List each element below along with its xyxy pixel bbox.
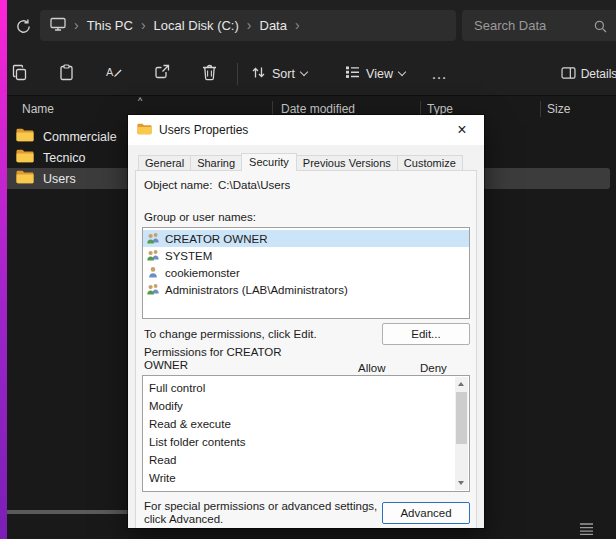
group-or-user-names-list[interactable]: CREATOR OWNER SYSTEM cookiemonster Admin… bbox=[142, 227, 470, 319]
permission-name: Modify bbox=[149, 400, 183, 412]
group-users-icon bbox=[146, 232, 160, 246]
sort-label: Sort bbox=[272, 67, 295, 81]
folder-icon bbox=[16, 170, 34, 187]
rename-icon: A bbox=[105, 64, 123, 84]
search-icon bbox=[594, 19, 607, 37]
list-item-administrators[interactable]: Administrators (LAB\Administrators) bbox=[143, 281, 469, 298]
copy-icon bbox=[11, 64, 28, 85]
column-separator[interactable] bbox=[540, 101, 541, 117]
search-input[interactable]: Search Data bbox=[462, 10, 616, 41]
permissions-list[interactable]: Full control Modify Read & execute List … bbox=[142, 375, 470, 492]
file-name: Users bbox=[43, 172, 76, 186]
advanced-button[interactable]: Advanced bbox=[382, 502, 470, 524]
tab-security[interactable]: Security bbox=[241, 153, 297, 171]
details-view-toggle-button[interactable] bbox=[577, 523, 595, 537]
more-button[interactable]: … bbox=[426, 57, 452, 91]
details-button[interactable]: Details bbox=[560, 57, 616, 91]
list-item-modify[interactable]: Modify bbox=[143, 397, 469, 415]
list-item-read-execute[interactable]: Read & execute bbox=[143, 415, 469, 433]
explorer-window: › This PC › Local Disk (C:) › Data › Sea… bbox=[0, 0, 616, 539]
permission-name: Write bbox=[149, 472, 176, 484]
sort-arrows-icon bbox=[251, 65, 266, 84]
view-button[interactable]: View bbox=[338, 57, 412, 91]
explorer-topbar: › This PC › Local Disk (C:) › Data › Sea… bbox=[0, 0, 616, 96]
refresh-button[interactable] bbox=[10, 15, 36, 41]
tab-previous-versions[interactable]: Previous Versions bbox=[296, 155, 398, 171]
principal-name: CREATOR OWNER bbox=[165, 233, 267, 245]
scrollbar-thumb bbox=[456, 392, 467, 444]
scroll-up-icon bbox=[458, 382, 464, 386]
view-label: View bbox=[366, 67, 393, 81]
breadcrumb-local-disk[interactable]: Local Disk (C:) bbox=[154, 18, 239, 33]
chevron-down-icon bbox=[398, 68, 406, 76]
view-icon bbox=[345, 65, 360, 83]
close-icon: × bbox=[457, 122, 466, 138]
single-user-icon bbox=[146, 266, 160, 280]
chevron-down-icon bbox=[300, 68, 308, 76]
vertical-scrollbar[interactable] bbox=[455, 377, 468, 490]
permission-name: List folder contents bbox=[149, 436, 246, 448]
column-header-name[interactable]: Name bbox=[22, 102, 54, 116]
this-pc-icon bbox=[50, 17, 66, 34]
users-properties-dialog: Users Properties × General Sharing Secur… bbox=[128, 115, 484, 528]
list-item-creator-owner[interactable]: CREATOR OWNER bbox=[143, 230, 469, 247]
dialog-title-bar: Users Properties × bbox=[128, 115, 484, 145]
list-item-list-folder-contents[interactable]: List folder contents bbox=[143, 433, 469, 451]
breadcrumb-chevron-icon: › bbox=[141, 18, 146, 32]
scroll-down-icon bbox=[458, 481, 464, 485]
column-header-type[interactable]: Type bbox=[427, 102, 453, 116]
principal-name: SYSTEM bbox=[165, 250, 212, 262]
details-label: Details bbox=[581, 67, 616, 81]
group-users-icon bbox=[146, 283, 160, 297]
group-or-user-names-label: Group or user names: bbox=[144, 211, 256, 223]
breadcrumb-this-pc[interactable]: This PC bbox=[87, 18, 133, 33]
sort-ascending-icon: ^ bbox=[138, 96, 142, 106]
folder-icon bbox=[137, 123, 152, 138]
dialog-title: Users Properties bbox=[159, 123, 248, 137]
column-header-date-modified[interactable]: Date modified bbox=[281, 102, 355, 116]
copy-button[interactable] bbox=[2, 57, 36, 91]
breadcrumb-data[interactable]: Data bbox=[260, 18, 287, 33]
refresh-icon bbox=[15, 18, 32, 39]
delete-button[interactable] bbox=[192, 57, 226, 91]
left-accent-strip bbox=[0, 0, 7, 539]
breadcrumb-chevron-icon: › bbox=[295, 18, 300, 32]
tab-customize[interactable]: Customize bbox=[397, 155, 463, 171]
list-item-write[interactable]: Write bbox=[143, 469, 469, 487]
column-header-size[interactable]: Size bbox=[547, 102, 570, 116]
list-item-cookiemonster[interactable]: cookiemonster bbox=[143, 264, 469, 281]
permission-name: Read bbox=[149, 454, 177, 466]
deny-column-header: Deny bbox=[420, 362, 447, 374]
sort-button[interactable]: Sort bbox=[244, 57, 314, 91]
list-item-system[interactable]: SYSTEM bbox=[143, 247, 469, 264]
object-name-value: C:\Data\Users bbox=[218, 179, 290, 191]
search-placeholder: Search Data bbox=[474, 18, 546, 33]
address-bar: › This PC › Local Disk (C:) › Data › bbox=[40, 10, 456, 41]
share-icon bbox=[153, 64, 170, 84]
tab-sharing[interactable]: Sharing bbox=[190, 155, 242, 171]
close-button[interactable]: × bbox=[449, 118, 475, 142]
permission-name: Full control bbox=[149, 382, 205, 394]
rename-button[interactable]: A bbox=[97, 57, 131, 91]
breadcrumb-chevron-icon: › bbox=[74, 18, 79, 32]
permissions-for-label: Permissions for CREATOR OWNER bbox=[144, 346, 296, 371]
breadcrumb-chevron-icon: › bbox=[247, 18, 252, 32]
details-pane-icon bbox=[561, 65, 576, 83]
share-button[interactable] bbox=[144, 57, 178, 91]
edit-button-label: Edit... bbox=[411, 328, 440, 340]
advanced-hint: For special permissions or advanced sett… bbox=[144, 500, 390, 526]
object-name-label: Object name: bbox=[144, 179, 212, 191]
folder-icon bbox=[16, 149, 34, 166]
group-users-icon bbox=[146, 249, 160, 263]
tab-general[interactable]: General bbox=[138, 155, 191, 171]
paste-button[interactable] bbox=[49, 57, 83, 91]
list-item-read[interactable]: Read bbox=[143, 451, 469, 469]
svg-text:A: A bbox=[106, 66, 114, 78]
principal-name: Administrators (LAB\Administrators) bbox=[165, 284, 348, 296]
edit-hint: To change permissions, click Edit. bbox=[144, 328, 317, 340]
list-lines-icon bbox=[579, 521, 594, 539]
edit-button[interactable]: Edit... bbox=[382, 323, 470, 345]
list-item-full-control[interactable]: Full control bbox=[143, 379, 469, 397]
toolbar-divider bbox=[237, 63, 238, 85]
paste-icon bbox=[58, 64, 75, 85]
